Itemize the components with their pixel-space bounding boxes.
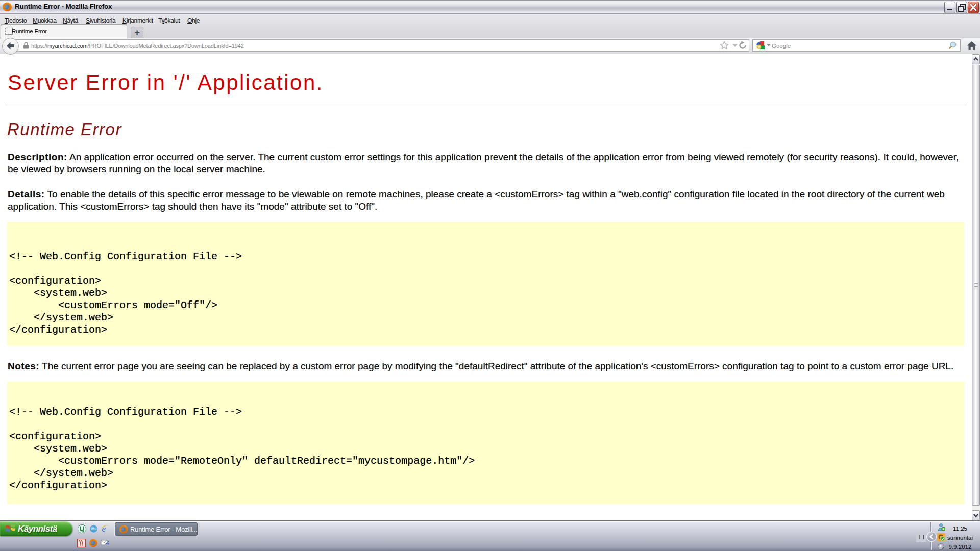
svg-text:MSN: MSN [91, 528, 97, 531]
